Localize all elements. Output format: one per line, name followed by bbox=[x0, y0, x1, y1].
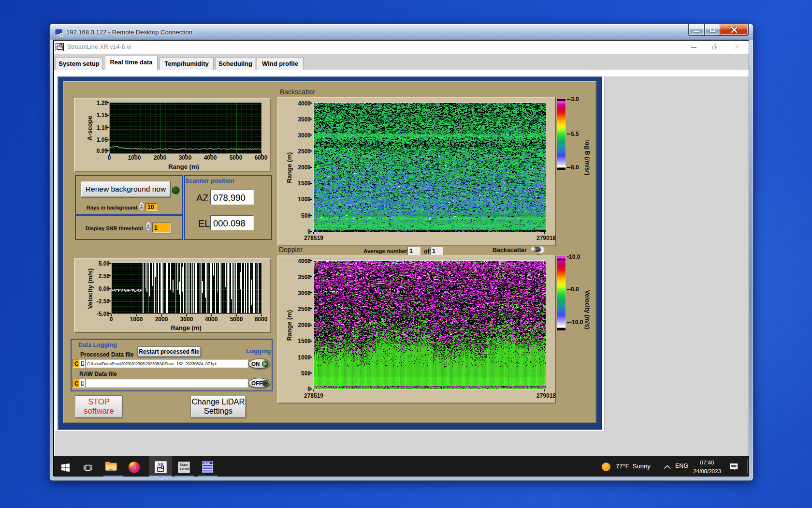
svg-text:sched: sched bbox=[180, 467, 189, 470]
svg-text:GEEK: GEEK bbox=[203, 462, 210, 464]
svg-text:Scan: Scan bbox=[180, 463, 188, 466]
